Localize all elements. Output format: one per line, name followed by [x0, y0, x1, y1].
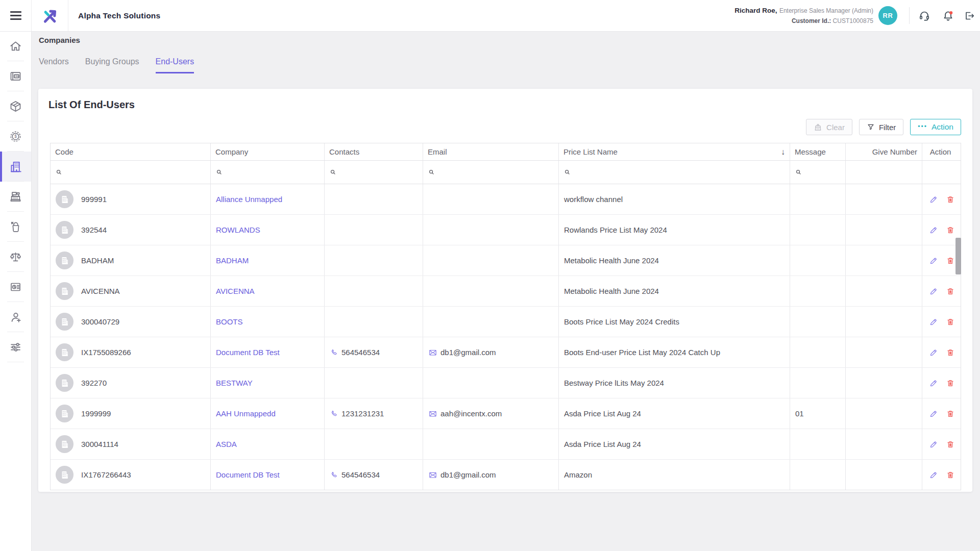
sidebar-item-companies[interactable]: [0, 152, 31, 182]
table-row[interactable]: 300040729 BOOTS Boots Price List May 202…: [51, 307, 961, 337]
cell-company[interactable]: Document DB Test: [211, 337, 325, 367]
delete-button[interactable]: [946, 409, 955, 418]
delete-button[interactable]: [946, 256, 955, 265]
delete-button[interactable]: [946, 440, 955, 449]
tab-vendors[interactable]: Vendors: [39, 57, 69, 73]
edit-button[interactable]: [929, 226, 938, 235]
app-title: Alpha Tech Solutions: [78, 0, 160, 31]
edit-button[interactable]: [929, 440, 938, 449]
cell-company[interactable]: ASDA: [211, 429, 325, 459]
company-link[interactable]: BESTWAY: [216, 379, 253, 387]
sidebar-item-purchases[interactable]: [0, 212, 31, 242]
delete-button[interactable]: [946, 226, 955, 235]
notifications-button[interactable]: [941, 9, 954, 22]
sidebar-item-preferences[interactable]: [0, 332, 31, 362]
column-header-email[interactable]: Email: [423, 143, 559, 160]
table-row[interactable]: 392270 BESTWAY Bestway Price lLits May 2…: [51, 368, 961, 398]
column-header-contacts[interactable]: Contacts: [325, 143, 423, 160]
table-row[interactable]: BADHAM BADHAM Metabolic Health June 2024: [51, 245, 961, 276]
company-link[interactable]: ROWLANDS: [216, 226, 260, 234]
clear-button[interactable]: Clear: [806, 119, 852, 135]
table-row[interactable]: 1999999 AAH Unmappedd 1231231231 aah@inc…: [51, 398, 961, 429]
company-link[interactable]: Document DB Test: [216, 470, 280, 479]
building-avatar-icon: [56, 221, 74, 239]
search-filter-empty: [846, 161, 922, 184]
edit-button[interactable]: [929, 379, 938, 388]
company-link[interactable]: BADHAM: [216, 256, 249, 265]
delete-button[interactable]: [946, 470, 955, 480]
cell-message: [790, 337, 846, 367]
table-row[interactable]: 300041114 ASDA Asda Price List Aug 24: [51, 429, 961, 460]
table-row[interactable]: AVICENNA AVICENNA Metabolic Health June …: [51, 276, 961, 307]
edit-button[interactable]: [929, 348, 938, 357]
cell-company[interactable]: AAH Unmappedd: [211, 398, 325, 429]
sidebar-item-crm[interactable]: CRM: [0, 61, 31, 91]
logout-button[interactable]: [963, 9, 976, 22]
edit-button[interactable]: [929, 317, 938, 327]
action-button[interactable]: ••• Action: [910, 119, 961, 135]
edit-button[interactable]: [929, 287, 938, 296]
search-icon: [215, 168, 223, 176]
action-dots-icon: •••: [918, 123, 927, 130]
cell-company[interactable]: BESTWAY: [211, 368, 325, 398]
cell-company[interactable]: BADHAM: [211, 245, 325, 276]
column-header-company[interactable]: Company: [211, 143, 325, 160]
support-button[interactable]: [918, 9, 931, 22]
hamburger-menu-button[interactable]: [0, 0, 31, 31]
cell-company[interactable]: AVICENNA: [211, 276, 325, 306]
delete-button[interactable]: [946, 287, 955, 296]
sidebar-item-reports[interactable]: [0, 272, 31, 302]
column-header-code[interactable]: Code: [51, 143, 211, 160]
delete-button[interactable]: [946, 379, 955, 388]
cell-company[interactable]: BOOTS: [211, 307, 325, 337]
sidebar-item-add-user[interactable]: [0, 302, 31, 332]
column-header-give-number[interactable]: Give Number: [846, 143, 922, 160]
table-row[interactable]: 999991 Alliance Unmapped workflow channe…: [51, 184, 961, 215]
building-avatar-icon: [56, 405, 74, 422]
edit-button[interactable]: [929, 195, 938, 204]
company-link[interactable]: ASDA: [216, 440, 237, 448]
company-link[interactable]: AAH Unmappedd: [216, 409, 276, 418]
search-filter-email[interactable]: [423, 161, 559, 184]
user-info[interactable]: Richard Roe, Enterprise Sales Manager (A…: [734, 5, 873, 26]
edit-button[interactable]: [929, 409, 938, 418]
edit-button[interactable]: [929, 470, 938, 480]
edit-button[interactable]: [929, 256, 938, 265]
delete-button[interactable]: [946, 317, 955, 327]
search-filter-code[interactable]: [51, 161, 211, 184]
cell-price-list: Metabolic Health June 2024: [559, 276, 790, 306]
x-arrow-logo-icon: [40, 6, 60, 26]
delete-button[interactable]: [946, 195, 955, 204]
search-filter-contacts[interactable]: [325, 161, 423, 184]
pricing-dollar-icon: $: [9, 130, 22, 143]
column-header-price-list-name[interactable]: Price List Name↓: [559, 143, 790, 160]
sidebar-item-products[interactable]: [0, 91, 31, 121]
filter-button[interactable]: Filter: [859, 119, 903, 135]
company-link[interactable]: BOOTS: [216, 317, 243, 326]
table-row[interactable]: 392544 ROWLANDS Rowlands Price List May …: [51, 215, 961, 245]
table-row[interactable]: IX1767266443 Document DB Test 564546534 …: [51, 460, 961, 490]
sidebar-item-pricing[interactable]: $: [0, 121, 31, 152]
sidebar-item-billing[interactable]: [0, 182, 31, 212]
tab-end-users[interactable]: End-Users: [156, 57, 194, 73]
company-link[interactable]: Alliance Unmapped: [216, 195, 282, 204]
column-header-message[interactable]: Message: [790, 143, 846, 160]
delete-button[interactable]: [946, 348, 955, 357]
sidebar-item-home[interactable]: [0, 31, 31, 61]
cell-company[interactable]: Document DB Test: [211, 460, 325, 490]
table-scrollbar-thumb[interactable]: [955, 238, 961, 274]
company-link[interactable]: Document DB Test: [216, 348, 280, 357]
search-filter-price-list-name[interactable]: [559, 161, 790, 184]
search-filter-message[interactable]: [790, 161, 846, 184]
cell-company[interactable]: Alliance Unmapped: [211, 184, 325, 214]
cell-company[interactable]: ROWLANDS: [211, 215, 325, 245]
column-header-action[interactable]: Action: [922, 143, 959, 160]
app-logo[interactable]: [31, 0, 68, 31]
user-avatar[interactable]: RR: [878, 6, 897, 25]
tab-buying-groups[interactable]: Buying Groups: [85, 57, 139, 73]
sort-descending-icon[interactable]: ↓: [781, 147, 785, 157]
table-row[interactable]: IX1755089266 Document DB Test 564546534 …: [51, 337, 961, 368]
company-link[interactable]: AVICENNA: [216, 287, 255, 295]
sidebar-item-ledger[interactable]: D C: [0, 242, 31, 272]
search-filter-company[interactable]: [211, 161, 325, 184]
